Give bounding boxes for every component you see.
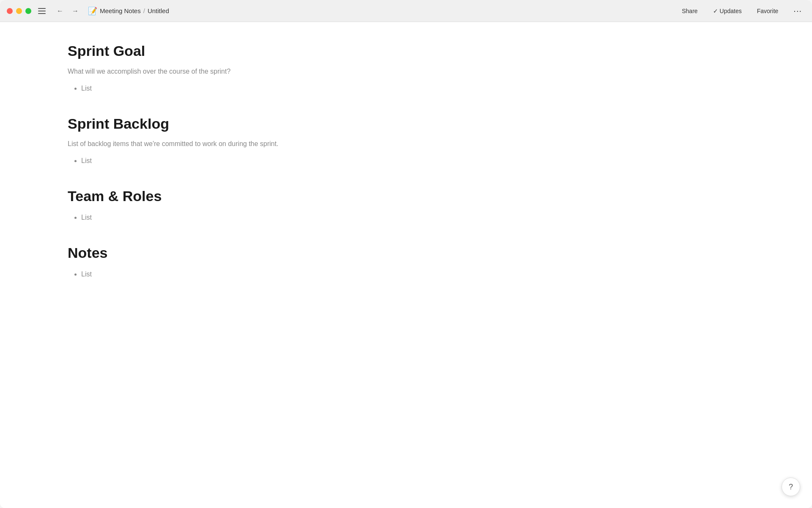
team-roles-heading: Team & Roles — [68, 188, 744, 205]
more-options-button[interactable]: ··· — [790, 4, 805, 17]
favorite-button[interactable]: Favorite — [754, 6, 782, 16]
sprint-backlog-description: List of backlog items that we're committ… — [68, 139, 744, 149]
sprint-goal-list: List — [68, 83, 744, 95]
sprint-backlog-list: List — [68, 155, 744, 167]
nav-buttons: ← → — [54, 6, 81, 16]
help-button[interactable]: ? — [782, 478, 800, 496]
breadcrumb: 📝 Meeting Notes / Untitled — [88, 6, 169, 16]
list-item[interactable]: List — [81, 212, 744, 224]
section-notes: Notes List — [68, 244, 744, 281]
app-window: ← → 📝 Meeting Notes / Untitled Share ✓ U… — [0, 0, 812, 508]
minimize-button[interactable] — [16, 8, 22, 14]
updates-button[interactable]: ✓ Updates — [710, 6, 745, 16]
breadcrumb-parent[interactable]: Meeting Notes — [100, 7, 141, 14]
titlebar: ← → 📝 Meeting Notes / Untitled Share ✓ U… — [0, 0, 812, 22]
section-sprint-backlog: Sprint Backlog List of backlog items tha… — [68, 115, 744, 168]
section-team-roles: Team & Roles List — [68, 188, 744, 224]
list-item[interactable]: List — [81, 268, 744, 281]
section-sprint-goal: Sprint Goal What will we accomplish over… — [68, 42, 744, 95]
list-item[interactable]: List — [81, 155, 744, 167]
sprint-backlog-heading: Sprint Backlog — [68, 115, 744, 133]
updates-label: Updates — [720, 8, 742, 14]
page-icon: 📝 — [88, 6, 97, 16]
back-button[interactable]: ← — [54, 6, 66, 16]
sprint-goal-description: What will we accomplish over the course … — [68, 66, 744, 77]
sprint-goal-heading: Sprint Goal — [68, 42, 744, 60]
forward-button[interactable]: → — [69, 6, 81, 16]
breadcrumb-separator: / — [143, 7, 145, 14]
notes-heading: Notes — [68, 244, 744, 262]
content-area: Sprint Goal What will we accomplish over… — [0, 22, 812, 508]
share-button[interactable]: Share — [678, 6, 701, 16]
traffic-lights — [7, 8, 31, 14]
breadcrumb-current[interactable]: Untitled — [148, 7, 169, 14]
sidebar-toggle-button[interactable] — [36, 6, 47, 16]
close-button[interactable] — [7, 8, 13, 14]
list-item[interactable]: List — [81, 83, 744, 95]
team-roles-list: List — [68, 212, 744, 224]
titlebar-actions: Share ✓ Updates Favorite ··· — [678, 4, 805, 17]
maximize-button[interactable] — [25, 8, 31, 14]
notes-list: List — [68, 268, 744, 281]
check-icon: ✓ — [713, 8, 718, 14]
